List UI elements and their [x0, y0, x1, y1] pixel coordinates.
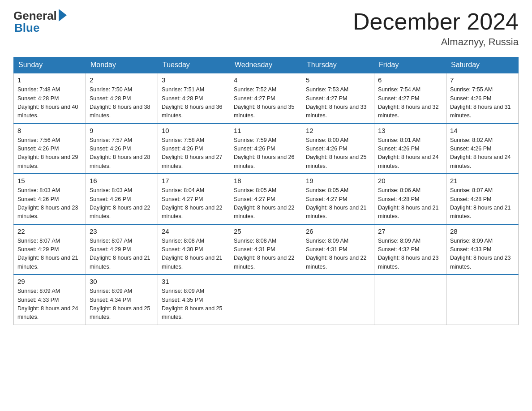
day-cell-14: 14Sunrise: 8:02 AMSunset: 4:26 PMDayligh…	[446, 124, 519, 174]
day-number: 22	[17, 227, 82, 235]
day-number: 12	[306, 127, 370, 134]
day-cell-16: 16Sunrise: 8:03 AMSunset: 4:26 PMDayligh…	[86, 174, 158, 224]
day-number: 17	[162, 177, 226, 184]
day-info: Sunrise: 7:53 AMSunset: 4:27 PMDaylight:…	[306, 86, 370, 120]
day-number: 29	[17, 278, 82, 285]
day-number: 2	[90, 76, 154, 84]
week-row-5: 29Sunrise: 8:09 AMSunset: 4:33 PMDayligh…	[14, 274, 519, 325]
day-info: Sunrise: 8:05 AMSunset: 4:27 PMDaylight:…	[234, 186, 298, 221]
day-number: 27	[378, 227, 442, 235]
day-info: Sunrise: 8:07 AMSunset: 4:29 PMDaylight:…	[17, 237, 82, 272]
day-info: Sunrise: 8:07 AMSunset: 4:29 PMDaylight:…	[90, 237, 154, 272]
day-cell-21: 21Sunrise: 8:07 AMSunset: 4:28 PMDayligh…	[446, 174, 519, 224]
week-row-1: 1Sunrise: 7:48 AMSunset: 4:28 PMDaylight…	[14, 73, 519, 124]
day-number: 20	[378, 177, 442, 184]
col-header-friday: Friday	[374, 57, 446, 73]
day-cell-7: 7Sunrise: 7:55 AMSunset: 4:26 PMDaylight…	[446, 73, 519, 124]
day-cell-24: 24Sunrise: 8:08 AMSunset: 4:30 PMDayligh…	[158, 224, 230, 275]
empty-cell	[302, 274, 374, 325]
day-number: 9	[90, 127, 154, 134]
week-row-4: 22Sunrise: 8:07 AMSunset: 4:29 PMDayligh…	[14, 224, 519, 275]
logo: General Blue	[13, 9, 67, 35]
day-info: Sunrise: 8:02 AMSunset: 4:26 PMDaylight:…	[450, 136, 515, 171]
day-info: Sunrise: 8:03 AMSunset: 4:26 PMDaylight:…	[17, 186, 82, 221]
day-number: 14	[450, 127, 515, 134]
day-number: 15	[17, 177, 82, 184]
day-cell-17: 17Sunrise: 8:04 AMSunset: 4:27 PMDayligh…	[158, 174, 230, 224]
day-cell-11: 11Sunrise: 7:59 AMSunset: 4:26 PMDayligh…	[230, 124, 302, 174]
month-title: December 2024	[353, 9, 519, 34]
day-info: Sunrise: 8:09 AMSunset: 4:31 PMDaylight:…	[306, 237, 370, 272]
col-header-thursday: Thursday	[302, 57, 374, 73]
empty-cell	[446, 274, 519, 325]
day-info: Sunrise: 8:07 AMSunset: 4:28 PMDaylight:…	[450, 186, 515, 221]
day-info: Sunrise: 7:55 AMSunset: 4:26 PMDaylight:…	[450, 86, 515, 120]
day-info: Sunrise: 8:09 AMSunset: 4:33 PMDaylight:…	[450, 237, 515, 272]
day-info: Sunrise: 8:09 AMSunset: 4:35 PMDaylight:…	[162, 287, 226, 322]
day-info: Sunrise: 8:09 AMSunset: 4:34 PMDaylight:…	[90, 287, 154, 322]
col-header-monday: Monday	[86, 57, 158, 73]
day-cell-15: 15Sunrise: 8:03 AMSunset: 4:26 PMDayligh…	[14, 174, 86, 224]
day-info: Sunrise: 8:08 AMSunset: 4:31 PMDaylight:…	[234, 237, 298, 272]
day-cell-20: 20Sunrise: 8:06 AMSunset: 4:28 PMDayligh…	[374, 174, 446, 224]
week-row-2: 8Sunrise: 7:56 AMSunset: 4:26 PMDaylight…	[14, 124, 519, 174]
day-number: 1	[17, 76, 82, 84]
empty-cell	[230, 274, 302, 325]
day-info: Sunrise: 7:56 AMSunset: 4:26 PMDaylight:…	[17, 136, 82, 171]
col-header-wednesday: Wednesday	[230, 57, 302, 73]
day-info: Sunrise: 7:57 AMSunset: 4:26 PMDaylight:…	[90, 136, 154, 171]
day-cell-3: 3Sunrise: 7:51 AMSunset: 4:28 PMDaylight…	[158, 73, 230, 124]
day-info: Sunrise: 8:00 AMSunset: 4:26 PMDaylight:…	[306, 136, 370, 171]
day-number: 6	[378, 76, 442, 84]
day-number: 16	[90, 177, 154, 184]
day-cell-13: 13Sunrise: 8:01 AMSunset: 4:26 PMDayligh…	[374, 124, 446, 174]
day-number: 23	[90, 227, 154, 235]
page-header: General Blue December 2024 Almaznyy, Rus…	[13, 9, 519, 48]
day-cell-26: 26Sunrise: 8:09 AMSunset: 4:31 PMDayligh…	[302, 224, 374, 275]
day-cell-6: 6Sunrise: 7:54 AMSunset: 4:27 PMDaylight…	[374, 73, 446, 124]
day-cell-5: 5Sunrise: 7:53 AMSunset: 4:27 PMDaylight…	[302, 73, 374, 124]
header-row: SundayMondayTuesdayWednesdayThursdayFrid…	[14, 57, 519, 73]
day-cell-10: 10Sunrise: 7:58 AMSunset: 4:26 PMDayligh…	[158, 124, 230, 174]
day-cell-31: 31Sunrise: 8:09 AMSunset: 4:35 PMDayligh…	[158, 274, 230, 325]
day-cell-28: 28Sunrise: 8:09 AMSunset: 4:33 PMDayligh…	[446, 224, 519, 275]
calendar-table: SundayMondayTuesdayWednesdayThursdayFrid…	[13, 57, 519, 325]
logo-blue-text: Blue	[14, 21, 39, 35]
location-text: Almaznyy, Russia	[353, 36, 519, 48]
day-info: Sunrise: 7:48 AMSunset: 4:28 PMDaylight:…	[17, 86, 82, 120]
day-cell-4: 4Sunrise: 7:52 AMSunset: 4:27 PMDaylight…	[230, 73, 302, 124]
day-info: Sunrise: 8:01 AMSunset: 4:26 PMDaylight:…	[378, 136, 442, 171]
day-info: Sunrise: 8:08 AMSunset: 4:30 PMDaylight:…	[162, 237, 226, 272]
col-header-sunday: Sunday	[14, 57, 86, 73]
day-number: 30	[90, 278, 154, 285]
day-cell-22: 22Sunrise: 8:07 AMSunset: 4:29 PMDayligh…	[14, 224, 86, 275]
day-number: 24	[162, 227, 226, 235]
day-number: 13	[378, 127, 442, 134]
col-header-tuesday: Tuesday	[158, 57, 230, 73]
day-cell-18: 18Sunrise: 8:05 AMSunset: 4:27 PMDayligh…	[230, 174, 302, 224]
day-cell-2: 2Sunrise: 7:50 AMSunset: 4:28 PMDaylight…	[86, 73, 158, 124]
day-cell-30: 30Sunrise: 8:09 AMSunset: 4:34 PMDayligh…	[86, 274, 158, 325]
day-number: 5	[306, 76, 370, 84]
day-number: 3	[162, 76, 226, 84]
day-info: Sunrise: 8:09 AMSunset: 4:32 PMDaylight:…	[378, 237, 442, 272]
day-cell-9: 9Sunrise: 7:57 AMSunset: 4:26 PMDaylight…	[86, 124, 158, 174]
day-number: 26	[306, 227, 370, 235]
day-cell-23: 23Sunrise: 8:07 AMSunset: 4:29 PMDayligh…	[86, 224, 158, 275]
day-cell-8: 8Sunrise: 7:56 AMSunset: 4:26 PMDaylight…	[14, 124, 86, 174]
day-cell-19: 19Sunrise: 8:05 AMSunset: 4:27 PMDayligh…	[302, 174, 374, 224]
day-number: 10	[162, 127, 226, 134]
day-number: 25	[234, 227, 298, 235]
day-cell-27: 27Sunrise: 8:09 AMSunset: 4:32 PMDayligh…	[374, 224, 446, 275]
day-info: Sunrise: 7:50 AMSunset: 4:28 PMDaylight:…	[90, 86, 154, 120]
day-info: Sunrise: 7:59 AMSunset: 4:26 PMDaylight:…	[234, 136, 298, 171]
week-row-3: 15Sunrise: 8:03 AMSunset: 4:26 PMDayligh…	[14, 174, 519, 224]
day-number: 7	[450, 76, 515, 84]
day-number: 21	[450, 177, 515, 184]
day-info: Sunrise: 7:51 AMSunset: 4:28 PMDaylight:…	[162, 86, 226, 120]
day-info: Sunrise: 8:04 AMSunset: 4:27 PMDaylight:…	[162, 186, 226, 221]
day-info: Sunrise: 8:05 AMSunset: 4:27 PMDaylight:…	[306, 186, 370, 221]
day-number: 18	[234, 177, 298, 184]
title-block: December 2024 Almaznyy, Russia	[353, 9, 519, 48]
day-cell-29: 29Sunrise: 8:09 AMSunset: 4:33 PMDayligh…	[14, 274, 86, 325]
